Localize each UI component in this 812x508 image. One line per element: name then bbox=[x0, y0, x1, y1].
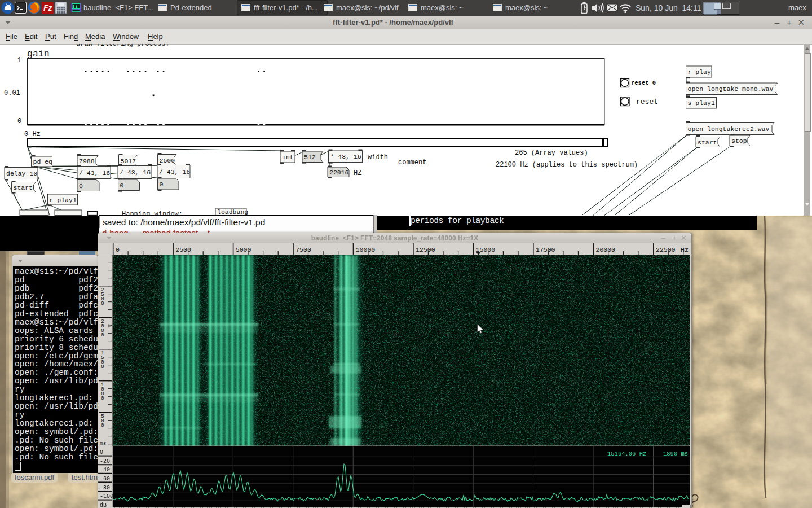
svg-text:reset: reset bbox=[636, 98, 658, 106]
svg-text:delay 10: delay 10 bbox=[6, 170, 37, 177]
svg-text:22016: 22016 bbox=[329, 169, 349, 176]
svg-text:/ 43, 16: / 43, 16 bbox=[79, 169, 110, 177]
svg-text:7988: 7988 bbox=[79, 157, 95, 165]
svg-text:stop: stop bbox=[731, 137, 747, 144]
svg-text:width: width bbox=[368, 154, 388, 161]
svg-text:draw filtering process?: draw filtering process? bbox=[76, 44, 170, 48]
svg-text:512: 512 bbox=[304, 154, 316, 161]
svg-text:reset_0: reset_0 bbox=[631, 80, 656, 86]
svg-text:0: 0 bbox=[17, 117, 21, 125]
svg-text:265 (Array values): 265 (Array values) bbox=[515, 149, 588, 157]
svg-text:0: 0 bbox=[120, 182, 124, 189]
svg-text:0: 0 bbox=[101, 364, 104, 370]
svg-text:comment: comment bbox=[398, 159, 426, 167]
svg-text:12500: 12500 bbox=[416, 246, 435, 253]
svg-text:0: 0 bbox=[101, 300, 104, 306]
svg-text:0: 0 bbox=[100, 449, 103, 456]
svg-text:0: 0 bbox=[116, 246, 120, 253]
svg-text:gain: gain bbox=[27, 49, 50, 59]
svg-text:22500: 22500 bbox=[656, 246, 676, 253]
svg-text:2500: 2500 bbox=[175, 246, 191, 253]
svg-text:/ 43, 16: / 43, 16 bbox=[159, 168, 190, 176]
svg-text:start: start bbox=[698, 139, 717, 146]
svg-text:r play: r play bbox=[688, 68, 712, 76]
svg-text:ms: ms bbox=[100, 440, 106, 446]
svg-text:-20: -20 bbox=[100, 458, 110, 465]
svg-text:r play1: r play1 bbox=[50, 196, 77, 204]
svg-text:10000: 10000 bbox=[356, 246, 376, 253]
svg-text:-40: -40 bbox=[100, 467, 110, 473]
svg-text:s play1: s play1 bbox=[688, 99, 715, 107]
svg-text:open longtake_mono.wav: open longtake_mono.wav bbox=[688, 85, 774, 93]
svg-text:2500: 2500 bbox=[160, 157, 175, 164]
svg-text:-60: -60 bbox=[100, 476, 110, 482]
svg-text:dB: dB bbox=[100, 502, 107, 507]
svg-text:Fz: Fz bbox=[43, 3, 52, 12]
svg-text:int: int bbox=[282, 154, 294, 161]
svg-text:pd eq: pd eq bbox=[33, 158, 53, 165]
svg-text:0 Hz: 0 Hz bbox=[24, 130, 41, 138]
svg-text:open longtakerec2.wav: open longtakerec2.wav bbox=[688, 125, 770, 133]
svg-text:5000: 5000 bbox=[236, 246, 251, 253]
svg-text:17500: 17500 bbox=[536, 246, 555, 253]
svg-text:15164.06 Hz: 15164.06 Hz bbox=[607, 450, 646, 457]
svg-text:-100: -100 bbox=[100, 493, 113, 500]
svg-text:1: 1 bbox=[17, 56, 21, 64]
svg-text:0: 0 bbox=[101, 395, 104, 401]
svg-text:0: 0 bbox=[101, 332, 104, 338]
svg-text:22100 Hz (applies to this spec: 22100 Hz (applies to this spectrum) bbox=[496, 161, 638, 169]
svg-text:0: 0 bbox=[160, 181, 164, 188]
svg-text:20000: 20000 bbox=[596, 246, 616, 253]
svg-text:0: 0 bbox=[101, 422, 104, 428]
svg-text:5017: 5017 bbox=[121, 157, 136, 165]
svg-text:/ 43, 16: / 43, 16 bbox=[120, 169, 151, 176]
svg-text:Hz: Hz bbox=[681, 246, 689, 253]
svg-text:1890 ms: 1890 ms bbox=[663, 450, 688, 457]
svg-text:-80: -80 bbox=[100, 485, 110, 491]
svg-text:HZ: HZ bbox=[354, 169, 361, 177]
svg-text:* 43, 16: * 43, 16 bbox=[330, 153, 361, 160]
svg-text:start: start bbox=[14, 184, 33, 191]
svg-text:7500: 7500 bbox=[295, 246, 311, 253]
svg-text:0: 0 bbox=[79, 182, 83, 190]
svg-text:0.01: 0.01 bbox=[4, 89, 20, 97]
